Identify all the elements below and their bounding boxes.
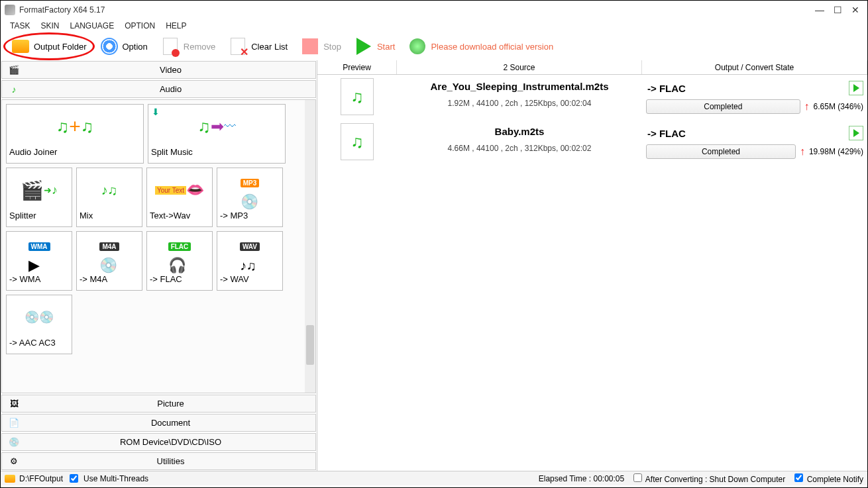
menu-skin[interactable]: SKIN xyxy=(40,21,59,30)
category-picture[interactable]: 🖼 Picture xyxy=(1,395,316,413)
category-utilities[interactable]: ⚙ Utilities xyxy=(1,452,316,470)
start-button[interactable]: Start xyxy=(349,35,400,58)
video-icon: 🎬 xyxy=(5,63,23,77)
splitter-icon: 🎬➜♪ xyxy=(8,170,70,211)
mix-icon: ♪♫ xyxy=(78,170,140,211)
globe-icon xyxy=(409,38,425,54)
output-folder-button[interactable]: Output Folder xyxy=(6,35,92,58)
wma-icon: WMA▶ xyxy=(8,233,70,274)
output-cell: -> FLAC Completed ↑ 6.65M (346%) xyxy=(642,77,867,118)
file-name: Are_You_Sleeping_Instrumental.m2ts xyxy=(397,77,642,99)
file-name: Baby.m2ts xyxy=(397,122,642,144)
target-format: -> FLAC xyxy=(647,128,686,139)
tile-text-wav[interactable]: Your Text👄 Text->Wav xyxy=(146,168,213,227)
joiner-icon: ♫+♫ xyxy=(8,106,142,147)
preview-cell: ♫ xyxy=(317,122,397,163)
window-controls: — ☐ ✕ xyxy=(815,5,863,15)
menu-option[interactable]: OPTION xyxy=(125,21,155,30)
scrollbar-thumb[interactable] xyxy=(306,325,314,365)
tile-mp3[interactable]: MP3💿 -> MP3 xyxy=(217,168,283,227)
source-cell: Are_You_Sleeping_Instrumental.m2ts 1.92M… xyxy=(397,77,642,118)
menu-language[interactable]: LANGUAGE xyxy=(70,21,114,30)
tile-splitter[interactable]: 🎬➜♪ Splitter xyxy=(6,168,72,227)
statusbar: D:\FFOutput Use Multi-Threads Elapsed Ti… xyxy=(1,471,867,485)
size-info: 6.65M (346%) xyxy=(814,102,863,111)
source-cell: Baby.m2ts 4.66M , 44100 , 2ch , 312Kbps,… xyxy=(397,122,642,163)
maximize-button[interactable]: ☐ xyxy=(834,5,842,15)
stop-label: Stop xyxy=(323,42,341,52)
size-info: 19.98M (429%) xyxy=(809,147,863,156)
main: 🎬 Video ♪ Audio ♫+♫ Audio Joiner ⬇ ♫➡〰 S… xyxy=(1,60,867,471)
preview-cell: ♫ xyxy=(317,77,397,118)
tile-flac[interactable]: FLAC🎧 -> FLAC xyxy=(146,231,213,291)
after-converting-checkbox[interactable] xyxy=(633,473,642,482)
tile-m4a[interactable]: M4A💿 -> M4A xyxy=(76,231,142,291)
tile-wma[interactable]: WMA▶ -> WMA xyxy=(6,231,72,291)
audio-thumb-icon: ♫ xyxy=(341,78,374,115)
up-arrow-icon: ↑ xyxy=(804,101,810,113)
tile-label: -> WMA xyxy=(8,274,70,284)
wav-icon: WAV♪♫ xyxy=(219,233,281,274)
clear-list-button[interactable]: Clear List xyxy=(223,35,293,58)
menu-task[interactable]: TASK xyxy=(10,21,30,30)
complete-notify-label: Complete Notify xyxy=(807,475,863,484)
play-output-button[interactable] xyxy=(849,126,863,140)
category-document[interactable]: 📄 Document xyxy=(1,414,316,432)
download-label: Please download official version xyxy=(431,42,553,52)
category-rom-label: ROM Device\DVD\CD\ISO xyxy=(26,437,315,447)
category-audio[interactable]: ♪ Audio xyxy=(1,80,316,98)
clear-list-label: Clear List xyxy=(251,42,288,52)
option-button[interactable]: Option xyxy=(95,35,153,58)
audio-thumb-icon: ♫ xyxy=(341,123,374,160)
app-icon xyxy=(5,5,15,15)
close-button[interactable]: ✕ xyxy=(851,5,859,15)
file-row[interactable]: ♫ Baby.m2ts 4.66M , 44100 , 2ch , 312Kbp… xyxy=(317,120,867,165)
stop-button[interactable]: Stop xyxy=(296,35,347,58)
minimize-button[interactable]: — xyxy=(815,5,824,15)
output-path[interactable]: D:\FFOutput xyxy=(19,474,63,483)
tile-wav[interactable]: WAV♪♫ -> WAV xyxy=(217,231,283,291)
col-source[interactable]: 2 Source xyxy=(397,60,642,74)
tile-split-music[interactable]: ⬇ ♫➡〰 Split Music xyxy=(148,104,286,164)
output-folder-label: Output Folder xyxy=(34,42,87,52)
status-button[interactable]: Completed xyxy=(646,144,796,159)
file-row[interactable]: ♫ Are_You_Sleeping_Instrumental.m2ts 1.9… xyxy=(317,75,867,120)
tile-mix[interactable]: ♪♫ Mix xyxy=(76,168,142,227)
flac-icon: FLAC🎧 xyxy=(148,233,211,274)
play-output-button[interactable] xyxy=(849,81,863,95)
folder-icon[interactable] xyxy=(5,475,15,483)
option-label: Option xyxy=(123,42,148,52)
document-icon: 📄 xyxy=(5,416,23,430)
category-video-label: Video xyxy=(26,65,315,75)
col-preview[interactable]: Preview xyxy=(317,60,397,74)
right-panel: Preview 2 Source Output / Convert State … xyxy=(317,60,867,471)
status-button[interactable]: Completed xyxy=(646,99,800,114)
tile-label: Mix xyxy=(78,211,140,220)
remove-button[interactable]: Remove xyxy=(156,35,221,58)
category-video[interactable]: 🎬 Video xyxy=(1,61,316,79)
download-badge-icon: ⬇ xyxy=(152,107,160,117)
list-header: Preview 2 Source Output / Convert State xyxy=(317,60,867,75)
toolbar: Output Folder Option Remove Clear List S… xyxy=(1,32,867,60)
start-label: Start xyxy=(377,42,395,52)
audio-icon: ♪ xyxy=(5,82,23,97)
category-audio-label: Audio xyxy=(26,84,315,94)
textwav-icon: Your Text👄 xyxy=(148,170,211,211)
after-converting-label: After Converting : Shut Down Computer xyxy=(645,475,785,484)
tile-audio-joiner[interactable]: ♫+♫ Audio Joiner xyxy=(6,104,144,164)
menubar: TASK SKIN LANGUAGE OPTION HELP xyxy=(1,19,867,32)
complete-notify-checkbox[interactable] xyxy=(794,473,803,482)
tile-aac-ac3[interactable]: 💿💿 -> AAC AC3 xyxy=(6,295,72,354)
split-icon: ♫➡〰 xyxy=(150,106,284,147)
category-utilities-label: Utilities xyxy=(26,456,315,466)
download-link[interactable]: Please download official version xyxy=(403,35,559,58)
col-output[interactable]: Output / Convert State xyxy=(642,60,867,74)
output-cell: -> FLAC Completed ↑ 19.98M (429%) xyxy=(642,122,867,163)
multithreads-checkbox[interactable] xyxy=(70,474,78,483)
audio-scrollbar[interactable] xyxy=(305,100,315,393)
tile-label: -> M4A xyxy=(78,274,140,284)
m4a-icon: M4A💿 xyxy=(78,233,140,274)
left-panel: 🎬 Video ♪ Audio ♫+♫ Audio Joiner ⬇ ♫➡〰 S… xyxy=(1,60,317,471)
category-rom[interactable]: 💿 ROM Device\DVD\CD\ISO xyxy=(1,433,316,451)
menu-help[interactable]: HELP xyxy=(166,21,186,30)
